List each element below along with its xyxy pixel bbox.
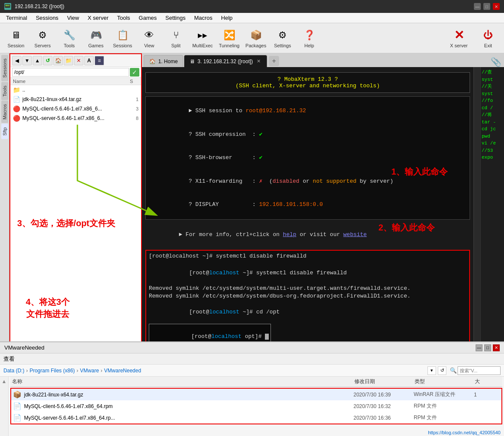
menu-view[interactable]: View [63,14,83,22]
menu-games[interactable]: Games [135,14,161,22]
toolbar-tunneling[interactable]: 🔀 Tunneling [217,25,242,51]
toolbar-tools[interactable]: 🔧 Tools [57,25,82,51]
path-ok-button[interactable]: ✓ [130,68,139,77]
session-icon: 🖥 [9,28,23,42]
help-icon: ❓ [302,28,316,42]
nav-more[interactable]: ≡ [95,56,104,65]
games-icon: 🎮 [89,28,103,42]
breadcrumb-item1[interactable]: Data (D:) [3,368,25,374]
menu-settings[interactable]: Settings [161,14,190,22]
menu-tools[interactable]: Tools [113,14,134,22]
file-item-mysql-client[interactable]: 🔴 MySQL-client-5.6.46-1.el7.x86_6... 3 [10,104,141,114]
toolbar-settings[interactable]: ⚙ Settings [270,25,295,51]
session-compression: ? SSH compression : ✔ [148,123,467,147]
right-panel-line5: //fo [482,97,503,104]
toolbar-sessions[interactable]: 📋 Sessions [110,25,135,51]
sidebar-tab-macros[interactable]: Macros [1,101,8,123]
nav-down[interactable]: ▼ [22,56,32,65]
nav-delete[interactable]: ✕ [74,56,83,65]
right-panel-line7: //将 [482,111,503,119]
breadcrumb-dropdown[interactable]: ▾ [427,366,436,375]
jdk-size: 1 [474,392,500,398]
nav-collapse-icon[interactable]: ▲ [2,378,7,384]
bottom-maximize[interactable]: □ [484,344,491,351]
file-list-header: Name S [10,78,141,85]
breadcrumb-refresh[interactable]: ↺ [438,366,446,375]
bottom-minimize[interactable]: — [476,344,482,351]
tab-ssh[interactable]: 🖥 3. 192.168.21.32 ([root]) ✕ [184,55,267,67]
tab-home[interactable]: 🏠 1. Home [144,55,183,67]
breadcrumb-item3[interactable]: VMware [80,368,99,374]
ssh-tab-icon: 🖥 [190,58,195,64]
toolbar-packages[interactable]: 📦 Packages [243,25,268,51]
file-row-mysql-client[interactable]: 📄 MySQL-client-5.6.46-1.el7.x86_64.rpm 2… [11,400,501,412]
file-item-mysql-server[interactable]: 🔴 MySQL-server-5.6.46-1.el7.x86_6... 8 [10,114,141,123]
right-panel-line10: pwd [482,133,503,140]
toolbar-view[interactable]: 👁 View [137,25,162,51]
website-link[interactable]: website [343,231,367,238]
tab-close-button[interactable]: ✕ [255,58,261,64]
menu-sessions[interactable]: Sessions [31,14,63,22]
bottom-section: VMwareNeeded — □ ✕ 查看 Data (D:) › Progra… [0,341,504,436]
tab-new-button[interactable]: + [269,56,279,66]
mysql-client-date: 2020/7/30 16:32 [353,403,414,409]
title-bar-left: 📟 192.168.21.32 ([root]) [4,3,64,10]
menu-xserver[interactable]: X server [83,14,113,22]
nav-text[interactable]: A [84,56,94,65]
nav-back[interactable]: ◀ [12,56,22,65]
file-row-mysql-server[interactable]: 📄 MySQL-server-5.6.46-1.el7.x86_64.rp...… [11,412,501,424]
menu-terminal[interactable]: Terminal [2,14,31,22]
toolbar-session[interactable]: 🖥 Session [3,25,28,51]
toolbar: 🖥 Session ⚙ Servers 🔧 Tools 🎮 Games 📋 Se… [0,23,504,53]
col-size: 大 [475,378,501,385]
mysql-client-filename: MySQL-client-5.6.46-1.el7.x86_64.rpm [24,403,113,409]
file-rows-highlighted: 📦 jdk-8u221-linux-x64.tar.gz 2020/7/30 1… [10,388,502,424]
toolbar-help[interactable]: ❓ Help [297,25,322,51]
nav-new-folder[interactable]: 📁 [64,56,73,65]
toolbar-split[interactable]: ⑂ Split [163,25,188,51]
menu-macros[interactable]: Macros [190,14,217,22]
breadcrumb-item4[interactable]: VMwareNeeded [104,368,141,374]
close-button[interactable]: ✕ [493,3,500,10]
col-date: 修改日期 [354,378,415,385]
col-type: 类型 [415,378,475,385]
toolbar-games[interactable]: 🎮 Games [83,25,108,51]
step2-annotation: 2、输入此命令 [378,222,435,233]
toolbar-multiexec[interactable]: ▶▶ MultiExec [190,25,215,51]
right-panel-line3: //关 [482,83,503,90]
toolbar-exit[interactable]: ⏻ Exit [476,25,501,51]
jdk-type: WinRAR 压缩文件 [414,391,474,398]
file-item-jdk[interactable]: 📄 jdk-8u221-linux-x64.tar.gz 1 [10,95,141,104]
cmd-output2: Removed symlink /etc/systemd/system/dbus… [149,292,467,300]
help-link[interactable]: help [283,231,296,238]
nav-up[interactable]: ▲ [33,56,42,65]
bottom-close[interactable]: ✕ [493,344,500,351]
sidebar-tab-sessions[interactable]: Sessions [1,55,8,81]
nav-pane: ▲ [0,377,9,436]
right-panel-line12: //53 [482,147,503,154]
nav-home[interactable]: 🏠 [53,56,63,65]
mysql-server-type: RPM 文件 [414,414,474,421]
toolbar-xserver[interactable]: ✕ X server [444,25,474,51]
toolbar-servers[interactable]: ⚙ Servers [30,25,55,51]
minimize-button[interactable]: — [474,3,481,10]
sidebar-tab-tools[interactable]: Tools [1,82,8,100]
cmd-output1: Removed symlink /etc/systemd/system/mult… [149,285,467,292]
nav-refresh[interactable]: ↺ [43,56,52,65]
step1-annotation: 1、输入此命令 [391,166,448,178]
breadcrumb-bar: Data (D:) › Program Files (x86) › VMware… [0,365,504,377]
menu-help[interactable]: Help [217,14,237,22]
path-input[interactable]: /opt/ [12,68,129,77]
sidebar-tab-sftp[interactable]: Sftp [1,124,8,139]
ssh-tab-label: 3. 192.168.21.32 ([root]) [197,58,253,64]
commands-area: [root@localhost ~]# systemctl disable fi… [145,250,470,352]
search-input[interactable] [458,366,501,375]
info-line1: ? MobaXterm 12.3 ? [151,76,464,83]
file-item-parent[interactable]: 📁 .. [10,85,141,95]
jdk-filename: jdk-8u221-linux-x64.tar.gz [24,392,83,398]
maximize-button[interactable]: □ [483,3,490,10]
title-bar-title: 192.168.21.32 ([root]) [15,3,64,9]
step3-annotation: 3、勾选，选择/opt文件夹 [17,218,115,229]
file-row-jdk[interactable]: 📦 jdk-8u221-linux-x64.tar.gz 2020/7/30 1… [11,389,501,400]
breadcrumb-item2[interactable]: Program Files (x86) [30,368,75,374]
